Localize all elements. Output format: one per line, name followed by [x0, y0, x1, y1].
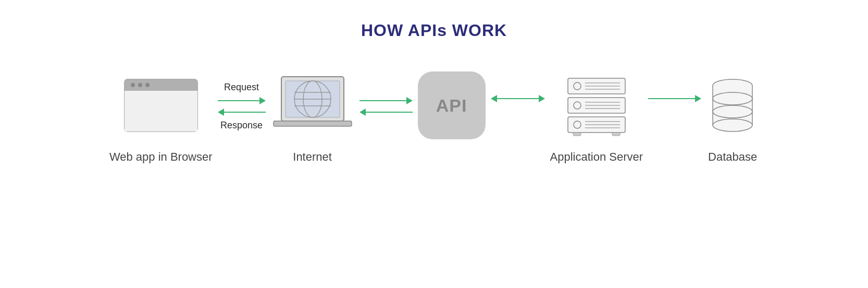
page-title: HOW APIs WORK: [361, 21, 507, 40]
diagram-container: HOW APIs WORK Web app in Browser Requ: [0, 0, 868, 288]
request-label: Request: [224, 82, 259, 93]
svg-point-38: [713, 105, 752, 118]
web-app-component: Web app in Browser: [109, 74, 213, 164]
server-to-db-arrow: [648, 95, 701, 102]
database-label: Database: [708, 150, 757, 164]
server-icon: [560, 74, 633, 137]
svg-point-27: [574, 121, 581, 128]
server-db-arrow-section: [643, 79, 706, 159]
database-component: Database: [706, 74, 759, 164]
api-server-double-arrow: [491, 95, 545, 102]
laptop-icon: [271, 74, 354, 137]
svg-point-5: [145, 83, 150, 87]
req-res-arrows: Request Response: [213, 82, 271, 156]
response-label: Response: [220, 120, 263, 131]
internet-label: Internet: [293, 150, 332, 164]
flow-row: Web app in Browser Request Response: [0, 71, 868, 166]
request-arrow: [218, 97, 266, 104]
api-server-arrow-section: [486, 79, 550, 159]
api-to-internet-arrow: [359, 109, 413, 116]
app-server-label: Application Server: [550, 150, 643, 164]
database-icon: [706, 74, 759, 137]
svg-point-3: [131, 83, 135, 87]
svg-point-22: [574, 102, 581, 109]
svg-rect-6: [125, 91, 197, 131]
svg-rect-32: [612, 133, 620, 136]
app-server-component: Application Server: [550, 74, 643, 164]
svg-point-39: [713, 119, 752, 131]
internet-to-api-arrow: [359, 97, 413, 104]
api-bubble: API: [418, 71, 486, 139]
web-app-label: Web app in Browser: [109, 150, 213, 164]
svg-point-37: [713, 92, 752, 105]
svg-rect-14: [274, 121, 352, 126]
response-arrow: [218, 109, 266, 116]
api-component: API API: [418, 71, 486, 166]
svg-rect-31: [573, 133, 581, 136]
internet-component: Internet: [271, 74, 354, 164]
api-text: API: [436, 95, 467, 116]
svg-point-17: [574, 82, 581, 90]
svg-rect-2: [125, 87, 197, 91]
svg-point-4: [138, 83, 142, 87]
browser-icon: [119, 74, 203, 137]
internet-to-api-arrow-section: [354, 81, 418, 157]
